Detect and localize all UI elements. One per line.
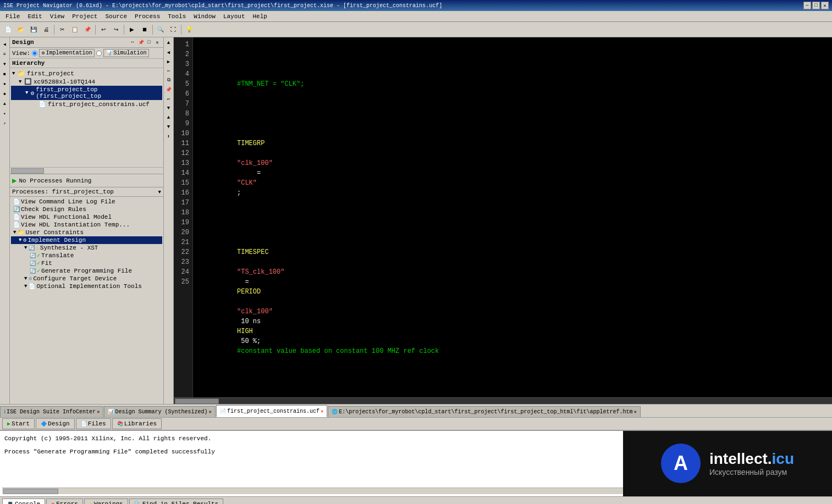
view-btn-sim[interactable]: 📊 Simulation <box>103 49 149 57</box>
toolbar-light[interactable]: 💡 <box>183 24 195 36</box>
processes-list[interactable]: 📄 View Command Line Log File 🔄 Check Des… <box>10 197 163 404</box>
left-icon-6[interactable]: ◆ <box>1 89 9 98</box>
proc-translate[interactable]: 🔄 ✓ Translate <box>11 252 162 259</box>
titlebar-maximize[interactable]: □ <box>812 2 820 9</box>
left-icon-1[interactable]: ◀ <box>1 40 9 48</box>
tab-ucf[interactable]: 📄 first_project_constrains.ucf ✕ <box>216 405 327 417</box>
toolbar-search[interactable]: 🔍 <box>155 24 167 36</box>
tab-applet-close[interactable]: ✕ <box>633 409 636 415</box>
design-icon-float[interactable]: □ <box>145 38 153 46</box>
tree-item-ucf[interactable]: 📄 first_project_constrains.ucf <box>11 100 162 108</box>
processes-scroll-icon[interactable]: ▼ <box>158 190 161 195</box>
menu-layout[interactable]: Layout <box>220 13 249 20</box>
proc-expand-optional[interactable]: ▼ <box>24 284 27 289</box>
toolbar-zoom-fit[interactable]: ⛶ <box>167 24 179 36</box>
left-icon-7[interactable]: ▲ <box>1 99 9 108</box>
menu-view[interactable]: View <box>47 13 68 20</box>
nav-arrow-up[interactable]: ▲ <box>164 38 173 47</box>
proc-implement-design[interactable]: ▼ ⚙ Implement Design <box>11 236 162 244</box>
statusbar-warnings[interactable]: ⚠ Warnings <box>84 499 128 505</box>
toolbar-undo[interactable]: ↩ <box>97 24 109 36</box>
titlebar-minimize[interactable]: ─ <box>803 2 811 9</box>
nav-next[interactable]: ▶ <box>164 57 173 66</box>
menu-window[interactable]: Window <box>190 13 219 20</box>
nav-zoom-down[interactable]: ▼ <box>164 123 173 131</box>
proc-hdl-func[interactable]: 📄 View HDL Functional Model <box>11 213 162 221</box>
btab-libraries[interactable]: 📚 Libraries <box>112 418 162 429</box>
proc-user-constraints[interactable]: ▼ 📁 User Constraints <box>11 229 162 236</box>
left-icon-5[interactable]: ● <box>1 79 9 88</box>
tab-design-summary[interactable]: 📊 Design Summary (Synthesized) ✕ <box>104 406 215 417</box>
proc-gen-prog[interactable]: 🔄 ✓ Generate Programming File <box>11 267 162 275</box>
toolbar-new[interactable]: 📄 <box>2 24 14 36</box>
tree-scroll-thumb[interactable] <box>11 168 44 174</box>
toolbar-stop[interactable]: ⏹ <box>139 24 151 36</box>
proc-view-cmdlog[interactable]: 📄 View Command Line Log File <box>11 198 162 206</box>
proc-expand-configure[interactable]: ▼ <box>24 276 27 281</box>
nav-copy[interactable]: ⧉ <box>164 76 173 85</box>
design-icon-resize1[interactable]: ↔ <box>129 38 136 46</box>
view-radio-sim[interactable] <box>96 51 102 56</box>
editor-hscroll-thumb[interactable] <box>175 398 219 404</box>
nav-help[interactable]: ▼ <box>164 104 173 113</box>
nav-paste[interactable]: 📌 <box>164 85 173 94</box>
proc-hdl-inst[interactable]: 📄 View HDL Instantiation Temp... <box>11 221 162 229</box>
menu-tools[interactable]: Tools <box>164 13 189 20</box>
proc-expand-synthesize[interactable]: ▼ <box>24 245 27 251</box>
view-btn-impl[interactable]: ⚙ Implementation <box>39 49 95 57</box>
tab-ds-close[interactable]: ✕ <box>208 409 211 415</box>
view-radio-impl[interactable] <box>32 51 37 56</box>
btab-files[interactable]: 📄 Files <box>76 418 111 429</box>
statusbar-errors[interactable]: ✕ Errors <box>46 499 83 505</box>
tree-item-xc95288xl[interactable]: ▼ 🔲 xc95288xl-10TQ144 <box>11 77 162 86</box>
left-icon-9[interactable]: ⚡ <box>1 119 9 128</box>
btab-design[interactable]: 🔷 Design <box>36 418 75 429</box>
toolbar-run[interactable]: ▶ <box>126 24 138 36</box>
console-hscroll-thumb[interactable] <box>3 489 58 494</box>
menu-file[interactable]: File <box>2 13 23 20</box>
toolbar-save[interactable]: 💾 <box>27 24 40 36</box>
menu-edit[interactable]: Edit <box>24 13 45 20</box>
tab-ucf-close[interactable]: ✕ <box>321 408 323 414</box>
proc-synthesize[interactable]: ▼ 🔄 ⚠ Synthesize - XST <box>11 244 162 252</box>
proc-fit[interactable]: 🔄 ✓ Fit <box>11 259 162 267</box>
menu-process[interactable]: Process <box>131 13 163 20</box>
proc-configure-target[interactable]: ▼ ⚙ Configure Target Device <box>11 275 162 283</box>
statusbar-findresults[interactable]: 🔍 Find in Files Results <box>129 499 224 505</box>
editor-hscrollbar[interactable] <box>174 397 832 404</box>
titlebar-close[interactable]: ✕ <box>821 2 829 9</box>
play-icon[interactable]: ▶ <box>12 176 16 185</box>
left-icon-4[interactable]: ■ <box>1 69 9 78</box>
btab-start[interactable]: ▶ Start <box>2 418 35 429</box>
tree-arrow-1[interactable]: ▼ <box>12 71 18 76</box>
design-icon-pin[interactable]: 📌 <box>137 38 145 46</box>
toolbar-copy[interactable]: 📋 <box>69 24 81 36</box>
tree-arrow-3[interactable]: ▼ <box>25 90 31 96</box>
statusbar-console[interactable]: 💻 Console <box>2 499 45 505</box>
tab-ise-info[interactable]: ℹ ISE Design Suite InfoCenter ✕ <box>0 406 103 417</box>
editor-content[interactable]: 1 2 3 4 5 6 7 8 9 10 11 12 13 14 15 16 1… <box>174 37 832 397</box>
toolbar-cut[interactable]: ✂ <box>56 24 68 36</box>
tree-scrollbar[interactable] <box>10 167 163 174</box>
left-icon-2[interactable]: ≡ <box>1 49 9 58</box>
left-icon-3[interactable]: ▼ <box>1 59 9 68</box>
tree-item-top[interactable]: ▼ ⚙ first_project_top (first_project_top <box>11 86 162 100</box>
proc-expand-implement[interactable]: ▼ <box>19 237 21 243</box>
nav-zoom-both[interactable]: ⬍ <box>164 132 173 141</box>
nav-undo[interactable]: ↩ <box>164 95 173 103</box>
menu-source[interactable]: Source <box>102 13 130 20</box>
toolbar-redo[interactable]: ↪ <box>110 24 122 36</box>
toolbar-open[interactable]: 📂 <box>15 24 27 36</box>
design-icon-close[interactable]: ✕ <box>153 38 161 46</box>
proc-optional-tools[interactable]: ▼ 📄 Optional Implementation Tools <box>11 283 162 290</box>
nav-scissors[interactable]: ✂ <box>164 67 173 75</box>
code-content[interactable]: #TNM_NET = "CLK"; TIMEGRP "clk_100" = "C… <box>193 37 832 397</box>
proc-check-rules[interactable]: 🔄 Check Design Rules <box>11 206 162 213</box>
menu-help[interactable]: Help <box>250 13 271 20</box>
nav-zoom-up[interactable]: ▲ <box>164 113 173 122</box>
toolbar-print[interactable]: 🖨 <box>40 24 52 36</box>
tree-arrow-2[interactable]: ▼ <box>19 79 24 85</box>
tree-item-first-project[interactable]: ▼ 📁 first_project <box>11 69 162 77</box>
toolbar-paste[interactable]: 📌 <box>81 24 93 36</box>
proc-expand-constraints[interactable]: ▼ <box>13 230 16 235</box>
